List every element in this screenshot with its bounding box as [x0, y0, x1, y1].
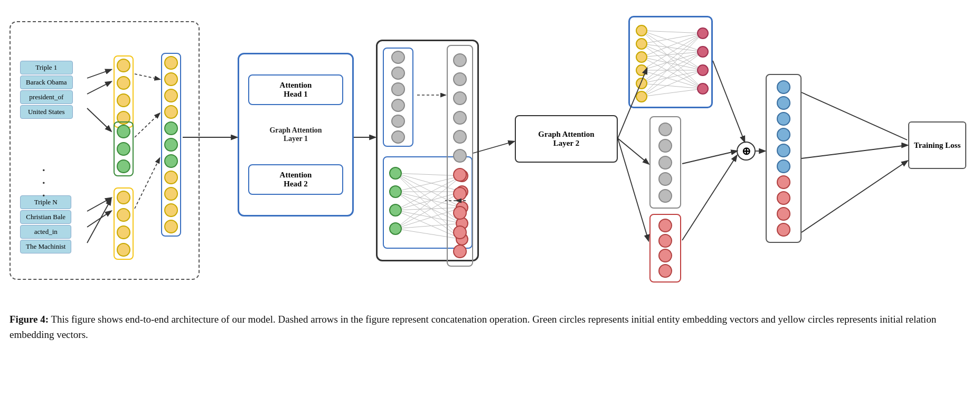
- svg-line-85: [802, 92, 907, 140]
- rg1: [453, 53, 467, 67]
- attention-head-2-label: AttentionHead 2: [280, 171, 312, 188]
- h1n5: [391, 115, 405, 128]
- svg-line-29: [642, 31, 703, 33]
- svg-line-77: [473, 142, 514, 153]
- svg-point-57: [636, 78, 647, 89]
- bg4: [658, 172, 672, 186]
- caption-text: This figure shows end-to-end architectur…: [10, 314, 936, 340]
- fo6: [777, 159, 790, 173]
- gal1-title: Graph AttentionLayer 1: [269, 126, 322, 143]
- h1n4: [391, 99, 405, 112]
- svg-point-60: [698, 46, 708, 57]
- node-y7: [117, 225, 130, 239]
- fo10: [777, 223, 790, 237]
- bg3: [658, 156, 672, 170]
- node-c10: [164, 203, 178, 217]
- h1n3: [391, 82, 405, 96]
- triple-n-box: Triple N Christian Bale acted_in The Mac…: [20, 195, 71, 253]
- svg-line-80: [618, 138, 648, 240]
- triple-n-cell-0: Christian Bale: [20, 210, 71, 224]
- node-y2: [117, 76, 130, 90]
- fo8: [777, 191, 790, 205]
- node-c2: [164, 72, 178, 86]
- node-c7: [164, 154, 178, 168]
- svg-line-32: [642, 31, 703, 89]
- node-g3: [117, 159, 130, 173]
- node-g2: [117, 142, 130, 156]
- svg-point-61: [698, 65, 708, 76]
- br4: [658, 264, 672, 278]
- attention-head-1-label: AttentionHead 1: [280, 81, 312, 98]
- svg-point-23: [390, 223, 401, 234]
- bg2: [658, 139, 672, 153]
- rg3: [453, 91, 467, 105]
- svg-line-90: [906, 140, 907, 145]
- h1n1: [391, 51, 405, 64]
- svg-line-47: [642, 70, 703, 83]
- rg6: [453, 149, 467, 163]
- svg-point-59: [698, 28, 708, 39]
- bg1: [658, 123, 672, 136]
- svg-line-87: [802, 161, 907, 232]
- svg-point-21: [390, 186, 401, 197]
- node-c9: [164, 187, 178, 201]
- diagram: Triple 1 Barack Obama president_of Unite…: [0, 0, 980, 301]
- svg-line-39: [642, 57, 703, 70]
- fo5: [777, 144, 790, 157]
- gal1-container: AttentionHead 1 Graph AttentionLayer 1 A…: [238, 53, 354, 217]
- node-c8: [164, 171, 178, 184]
- rg8: [453, 187, 467, 201]
- triple-1-cell-2: United States: [20, 105, 73, 119]
- triple-n-cell-1: acted_in: [20, 225, 71, 239]
- triple-1-cell-0: Barack Obama: [20, 76, 73, 89]
- attention-head-2-box: AttentionHead 2: [248, 164, 343, 195]
- fo9: [777, 207, 790, 221]
- embed-col-1-yellow-box: [114, 55, 134, 128]
- caption-prefix: Figure 4:: [10, 314, 49, 325]
- top-embed-box: [628, 16, 713, 108]
- fo2: [777, 96, 790, 110]
- svg-point-53: [636, 25, 647, 36]
- rg10: [453, 225, 467, 239]
- triple-1-label: Triple 1: [20, 61, 73, 74]
- dots-separator: · · ·: [42, 164, 45, 202]
- right-gray-col: [447, 45, 473, 267]
- triple-n-label: Triple N: [20, 195, 71, 209]
- svg-point-56: [636, 65, 647, 76]
- embed-col-n-yellow-box: [114, 187, 134, 260]
- node-c11: [164, 220, 178, 233]
- training-loss-label: Training Loss: [914, 141, 961, 150]
- br3: [658, 249, 672, 262]
- node-y8: [117, 243, 130, 257]
- node-c4: [164, 105, 178, 119]
- triple-n-cell-2: The Machinist: [20, 240, 71, 253]
- fo7: [777, 175, 790, 189]
- h1n2: [391, 67, 405, 80]
- rg7: [453, 168, 467, 182]
- bg5: [658, 189, 672, 203]
- h1n6: [391, 130, 405, 144]
- embed-col-1-green-box: [114, 121, 134, 176]
- svg-line-30: [642, 31, 703, 52]
- svg-line-83: [682, 156, 737, 240]
- triple-1-box: Triple 1 Barack Obama president_of Unite…: [20, 61, 73, 119]
- svg-point-54: [636, 39, 647, 49]
- figure-caption: Figure 4: This figure shows end-to-end a…: [10, 312, 970, 343]
- bot-red-col: [649, 214, 681, 283]
- svg-line-79: [618, 138, 648, 164]
- training-loss-box: Training Loss: [908, 121, 966, 169]
- rg2: [453, 72, 467, 86]
- sum-symbol: ⊕: [742, 145, 751, 157]
- attention-head-1-box: AttentionHead 1: [248, 74, 343, 105]
- fo3: [777, 112, 790, 126]
- svg-point-22: [390, 204, 401, 216]
- node-y1: [117, 59, 130, 72]
- svg-line-82: [682, 151, 737, 164]
- rg5: [453, 130, 467, 144]
- gal2-title: Graph AttentionLayer 2: [538, 130, 594, 148]
- node-y6: [117, 208, 130, 222]
- node-c3: [164, 89, 178, 102]
- svg-line-81: [713, 61, 745, 142]
- br2: [658, 234, 672, 248]
- node-g1: [117, 125, 130, 138]
